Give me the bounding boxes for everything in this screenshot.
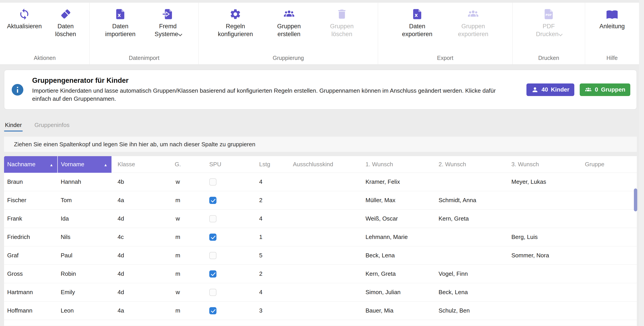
- tab-kinder[interactable]: Kinder: [4, 119, 23, 132]
- column-header-wunsch-1[interactable]: 1. Wunsch: [360, 156, 432, 172]
- cell-vorname: Tom: [58, 191, 112, 209]
- ribbon-group-caption: Export: [378, 53, 512, 64]
- ribbon-button-label: Regeln konfigurieren: [218, 22, 253, 38]
- table-row[interactable]: Gross Robin 4d m 2 Kern, Greta Vogel, Fi…: [4, 265, 637, 283]
- spu-checkbox[interactable]: [209, 252, 216, 259]
- spu-checkbox[interactable]: [209, 178, 216, 185]
- spu-checkbox[interactable]: [209, 215, 216, 222]
- spu-checkbox[interactable]: [209, 307, 216, 314]
- table-row[interactable]: Friedrich Nils 4c m 1 Lehmann, Marie Ber…: [4, 228, 637, 246]
- table-row[interactable]: Graf Paul 4d m 5 Beck, Lena Sommer, Nora: [4, 246, 637, 265]
- ribbon-button-label: Gruppen erstellen: [277, 22, 301, 38]
- window-scrollbar-track[interactable]: [639, 0, 644, 326]
- cell-geschlecht: m: [163, 301, 192, 320]
- cell-wunsch-2: [432, 246, 505, 265]
- cell-lstg: 1: [253, 228, 287, 246]
- gruppen-exportieren-button[interactable]: Gruppen exportieren: [456, 8, 490, 38]
- import-arrow-icon: [162, 8, 174, 20]
- cell-vorname: Ida: [58, 209, 112, 228]
- person-icon: [532, 86, 538, 93]
- sort-ascending-icon: [50, 161, 53, 168]
- column-header-lstg[interactable]: Lstg: [253, 156, 287, 172]
- cell-wunsch-2: Schmidt, Anna: [432, 191, 505, 209]
- tab-gruppeninfos[interactable]: Gruppeninfos: [34, 119, 70, 132]
- app-window: Aktualisieren Daten löschen Aktionen: [0, 0, 639, 326]
- cell-wunsch-2: Beck, Lena: [432, 283, 505, 301]
- spu-checkbox[interactable]: [209, 289, 216, 296]
- column-header-spu[interactable]: SPU: [192, 156, 253, 172]
- regeln-konfigurieren-button[interactable]: Regeln konfigurieren: [218, 8, 253, 38]
- cell-nachname: Braun: [4, 172, 58, 191]
- cell-klasse: 4b: [112, 172, 163, 191]
- cell-wunsch-1: Simon, Julian: [360, 283, 432, 301]
- banner-title: Gruppengenerator für Kinder: [32, 77, 513, 85]
- column-header-vorname[interactable]: Vorname: [58, 156, 112, 172]
- column-header-ausschlusskind[interactable]: Ausschlusskind: [287, 156, 360, 172]
- ribbon-button-label: Daten importieren: [105, 22, 136, 38]
- cell-wunsch-2: Schulz, Ben: [432, 301, 505, 320]
- group-by-hint: Ziehen Sie einen Spaltenkopf und legen S…: [14, 141, 255, 148]
- sort-ascending-icon: [104, 161, 108, 168]
- daten-loeschen-button[interactable]: Daten löschen: [49, 8, 82, 38]
- pdf-drucken-button[interactable]: PDF PDF Drucken: [532, 8, 566, 38]
- table-row[interactable]: Braun Hannah 4b w 4 Kramer, Felix Meyer,…: [4, 172, 637, 191]
- anleitung-button[interactable]: Anleitung: [595, 8, 629, 30]
- trash-icon: [336, 8, 348, 20]
- daten-exportieren-button[interactable]: x Daten exportieren: [400, 8, 434, 38]
- cell-ausschlusskind: [287, 283, 360, 301]
- cell-wunsch-1: Kramer, Felix: [360, 172, 432, 191]
- svg-text:x: x: [118, 12, 121, 18]
- cell-ausschlusskind: [287, 265, 360, 283]
- ribbon-group-export: x Daten exportieren Gruppen exportieren: [378, 3, 512, 64]
- cell-wunsch-2: Vogel, Finn: [432, 265, 505, 283]
- ribbon-group-hilfe: Anleitung Hilfe: [585, 3, 639, 64]
- kinder-data-grid: Nachname Vorname Klasse G. SPU Lstg Auss…: [4, 156, 637, 326]
- book-icon: [606, 8, 618, 20]
- spu-checkbox[interactable]: [209, 197, 216, 204]
- column-header-nachname[interactable]: Nachname: [4, 156, 58, 172]
- column-header-klasse[interactable]: Klasse: [112, 156, 163, 172]
- column-header-geschlecht[interactable]: G.: [163, 156, 192, 172]
- spu-checkbox[interactable]: [209, 234, 216, 241]
- column-header-wunsch-3[interactable]: 3. Wunsch: [505, 156, 579, 172]
- column-header-wunsch-2[interactable]: 2. Wunsch: [432, 156, 505, 172]
- cell-gruppe: [579, 209, 637, 228]
- table-row[interactable]: Fischer Tom 4a m 2 Müller, Max Schmidt, …: [4, 191, 637, 209]
- group-by-drop-zone[interactable]: Ziehen Sie einen Spaltenkopf und legen S…: [4, 136, 637, 152]
- column-header-gruppe[interactable]: Gruppe: [579, 156, 637, 172]
- gruppen-erstellen-button[interactable]: Gruppen erstellen: [272, 8, 306, 38]
- groups-icon: [467, 8, 479, 20]
- cell-wunsch-3: [505, 209, 579, 228]
- daten-importieren-button[interactable]: x Daten importieren: [104, 8, 137, 38]
- gruppen-label: Gruppen: [601, 86, 625, 93]
- ribbon-toolbar: Aktualisieren Daten löschen Aktionen: [0, 3, 639, 65]
- gear-icon: [229, 8, 242, 20]
- gruppen-loeschen-button[interactable]: Gruppen löschen: [325, 8, 359, 38]
- banner-description: Importiere Kinderdaten und lasse automat…: [32, 87, 513, 103]
- cell-klasse: 4d: [112, 283, 163, 301]
- cell-wunsch-3: [505, 191, 579, 209]
- cell-gruppe: [579, 191, 637, 209]
- window-top-strip: [0, 0, 639, 3]
- cell-lstg: 2: [253, 191, 287, 209]
- spu-checkbox[interactable]: [209, 270, 216, 278]
- cell-ausschlusskind: [287, 172, 360, 191]
- cell-ausschlusskind: [287, 301, 360, 320]
- ribbon-button-label: PDF Drucken: [536, 22, 562, 38]
- ribbon-group-aktionen: Aktualisieren Daten löschen Aktionen: [0, 3, 90, 64]
- cell-wunsch-1: Kern, Greta: [360, 265, 432, 283]
- table-row[interactable]: Hartmann Emily 4d w 4 Simon, Julian Beck…: [4, 283, 637, 301]
- cell-nachname: Gross: [4, 265, 58, 283]
- ribbon-group-caption: Aktionen: [0, 53, 90, 64]
- table-row[interactable]: Frank Ida 4d w 4 Weiß, Oscar Kern, Greta: [4, 209, 637, 228]
- cell-spu: [192, 228, 253, 246]
- ribbon-button-label: Daten exportieren: [402, 22, 432, 38]
- chevron-down-icon: [178, 32, 182, 36]
- grid-scrollbar-thumb[interactable]: [634, 188, 637, 211]
- aktualisieren-button[interactable]: Aktualisieren: [7, 8, 42, 30]
- cell-wunsch-3: Berg, Luis: [505, 228, 579, 246]
- fremd-systeme-button[interactable]: Fremd Systeme: [151, 8, 185, 38]
- cell-klasse: 4d: [112, 209, 163, 228]
- table-row[interactable]: Hoffmann Leon 4a m 3 Bauer, Mia Schulz, …: [4, 301, 637, 320]
- cell-geschlecht: m: [163, 246, 192, 265]
